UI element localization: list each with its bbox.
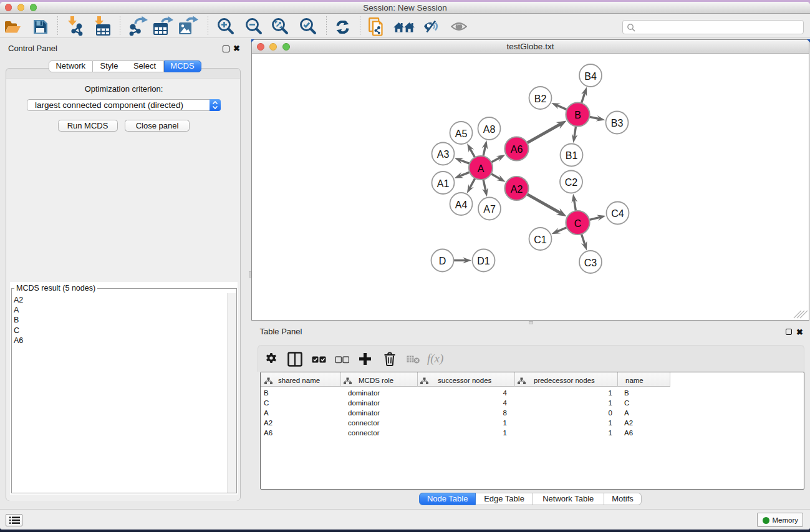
svg-text:A2: A2 — [511, 184, 523, 195]
svg-text:B2: B2 — [534, 94, 547, 104]
svg-text:C2: C2 — [565, 177, 578, 188]
svg-text:A6: A6 — [511, 144, 523, 155]
svg-text:B4: B4 — [584, 71, 597, 82]
svg-text:A3: A3 — [437, 149, 450, 160]
svg-text:D: D — [439, 256, 446, 266]
svg-text:A7: A7 — [483, 204, 496, 215]
svg-text:A5: A5 — [455, 128, 468, 139]
svg-text:C4: C4 — [611, 208, 624, 219]
svg-text:C1: C1 — [534, 235, 547, 245]
svg-text:A4: A4 — [455, 200, 468, 210]
svg-text:D1: D1 — [477, 256, 490, 266]
svg-text:B1: B1 — [566, 150, 578, 161]
svg-text:B3: B3 — [611, 118, 624, 128]
svg-text:C3: C3 — [584, 258, 597, 268]
svg-text:A: A — [478, 163, 485, 174]
svg-text:B: B — [574, 110, 581, 120]
svg-text:A1: A1 — [437, 178, 450, 189]
svg-text:C: C — [574, 218, 582, 229]
svg-text:A8: A8 — [483, 124, 496, 135]
